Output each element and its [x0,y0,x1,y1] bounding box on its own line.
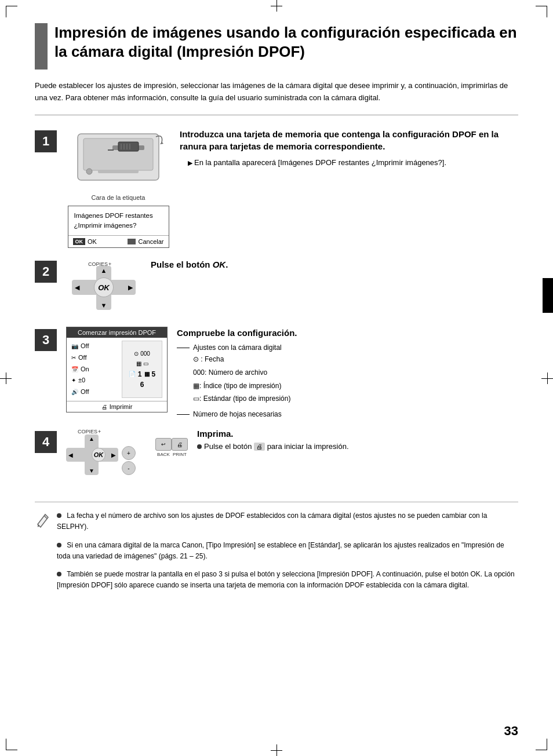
icon-sound: 🔊 [71,387,78,397]
print-hw-icon: 🖨 [177,441,183,448]
step3-screen: Comenzar impresión DPOF 📷 Off ✂ [66,327,168,412]
annotation-camera-digital: Ajustes con la cámara digital [177,344,518,352]
cancel-icon [128,239,136,244]
step-1-sub: En la pantalla aparecerá [Imágenes DPOF … [188,157,518,169]
zoom-out-btn[interactable]: - [122,461,136,475]
dpof-body: 📷 Off ✂ Off 📅 On [67,338,167,401]
step-4-content: Imprima. Pulse el botón 🖨 para iniciar l… [197,429,518,451]
arrow-right-icon: ▶ [128,284,133,291]
crosshair-bottom [271,744,282,756]
num-index: ▦ [144,371,150,377]
copies-text-4: COPIES [78,429,97,434]
dpof-val-2: Off [78,352,86,364]
ok-label: OK [88,238,97,245]
step-2-content: Pulse el botón OK. [151,258,518,275]
ok-button-4[interactable]: OK [92,448,105,462]
ok-box: OK [73,238,86,245]
ann-dash-1 [177,348,190,348]
num-pages-icon: 📄 [129,371,136,377]
step-1: 1 [35,128,518,249]
step-4: 4 COPIES + ◀ ▶ ▲ [35,429,518,481]
copies-plus-4: + [98,429,101,434]
print-label: Imprimir [110,403,133,410]
crosshair-left [0,372,12,384]
back-label: BACK [157,452,170,457]
dpof-val-1: Off [81,341,89,352]
ann-date: ⊙ : Fecha [193,353,518,366]
ann-filenum: 000: Número de archivo [193,366,518,379]
dpof-right: ⊙ 000 ▦ ▭ 📄 1 [122,341,162,398]
icon-index: ▦ [136,360,141,367]
step-4-instruction: Imprima. [197,429,518,439]
icon-scissors: ✂ [71,353,76,363]
print-btn-container: 🖨 PRINT [172,438,188,457]
note-content-1: La fecha y el número de archivo son los … [57,512,487,531]
dpof-screen: Comenzar impresión DPOF 📷 Off ✂ [66,327,168,412]
annotation-details: ⊙ : Fecha 000: Número de archivo ▦: Índi… [193,353,518,406]
icon-calendar: 📅 [71,364,78,375]
step-1-content: Introduzca una tarjeta de memoria que co… [180,128,518,169]
step-3-content: Compruebe la configuración. Ajustes con … [177,327,518,418]
arrow4-right: ▶ [111,452,116,458]
step-3: 3 Comenzar impresión DPOF 📷 Off [35,327,518,418]
arrow-down-icon: ▼ [101,302,107,309]
step-3-image: Comenzar impresión DPOF 📷 Off ✂ [66,327,168,412]
pencil-icon-1 [35,512,51,528]
note-content-2: Si en una cámara digital de la marca Can… [57,541,504,560]
screen-title-text: Imágenes DPOF restantes ¿Imprimir imágen… [74,211,163,231]
dpof-row-4: ✦ ±0 [71,375,117,386]
screen-cancel: Cancelar [128,238,163,245]
note-item-1: La fecha y el número de archivo son los … [35,510,518,532]
dpof-row-1: 📷 Off [71,341,117,352]
dpof-num-6: 6 [140,381,144,389]
note-bullet-2 [57,543,61,547]
note-text-2: Si en una cámara digital de la marca Can… [57,540,518,562]
step3-wrapper: Comenzar impresión DPOF 📷 Off ✂ [66,327,168,412]
step-2-image: COPIES + ◀ ▶ ▲ ▼ [66,258,141,316]
step-2-instruction: Pulse el botón OK. [151,258,518,271]
notes-section: La fecha y el número de archivo son los … [35,502,518,591]
annotation-hojas: Número de hojas necesarias [177,410,518,418]
icon-sun: ✦ [71,375,76,386]
title-section: Impresión de imágenes usando la configur… [35,23,518,70]
dpof-val-4: ±0 [78,375,85,386]
dpof-print: 🖨 Imprimir [71,403,162,410]
print-hw-btn[interactable]: 🖨 [172,438,188,451]
step-1-image: Cara de la etiqueta Imágenes DPOF restan… [66,128,170,249]
note-item-3: También se puede mostrar la pantalla en … [35,569,518,591]
step4-controller: COPIES + ◀ ▶ ▲ ▼ OK [66,429,188,481]
corner-mark-bl [6,739,17,750]
page-number: 33 [504,724,518,739]
intro-text: Puede establecer los ajustes de impresió… [35,80,518,115]
print-icon: 🖨 [101,404,107,410]
dpof-val-5: Off [81,386,89,398]
note-bullet-3 [57,572,61,576]
ok-bold: OK [213,260,226,269]
ann-standard: ▭: Estándar (tipo de impresión) [193,392,518,406]
svg-rect-9 [98,170,139,173]
copies-label-step4: COPIES + [78,429,101,434]
note-content-3: También se puede mostrar la pantalla en … [57,570,515,589]
zoom-in-btn[interactable]: + [122,446,136,460]
dpof-type-row: ▦ ▭ [136,360,148,367]
dpof-footer: 🖨 Imprimir [67,401,167,412]
step-3-annotations: Ajustes con la cámara digital ⊙ : Fecha … [177,344,518,418]
back-btn-container: ↩ BACK [155,438,172,457]
step-4-number: 4 [35,431,57,453]
corner-mark-br [536,739,547,750]
step-1-screen: Imágenes DPOF restantes ¿Imprimir imágen… [68,206,169,249]
screen-footer: OK OK Cancelar [68,235,169,247]
dpad-step2: COPIES + ◀ ▶ ▲ ▼ [66,258,141,316]
dpof-icons-row: ⊙ 000 [134,350,150,357]
step-1-instruction: Introduzca una tarjeta de memoria que co… [180,128,518,152]
arrow-up-icon: ▲ [101,267,107,274]
back-icon: ↩ [161,441,166,447]
ok-button[interactable]: OK [94,277,114,297]
icon-camera: 📷 [71,341,78,352]
arrow4-left: ◀ [68,452,73,458]
back-btn[interactable]: ↩ [155,438,172,451]
black-tab [543,278,553,313]
dpof-row-2: ✂ Off [71,352,117,364]
dpof-title: Comenzar impresión DPOF [67,327,167,338]
title-accent [35,23,48,70]
